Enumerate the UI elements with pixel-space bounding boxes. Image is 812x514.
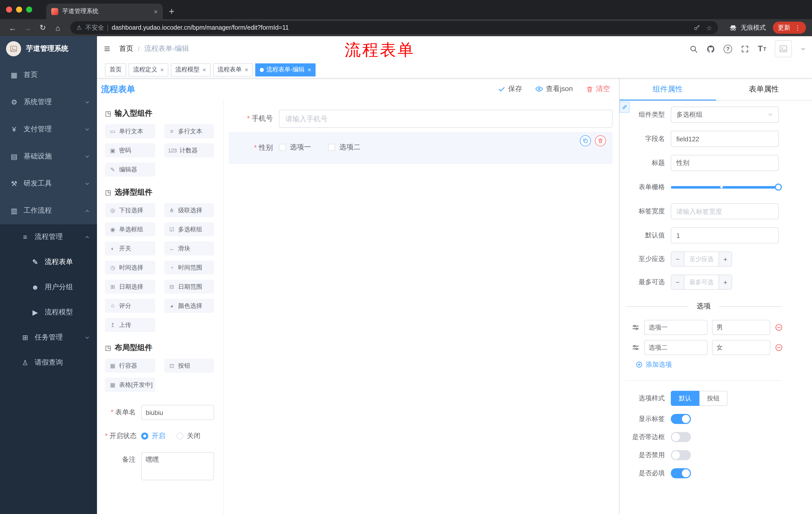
- tag-close-icon[interactable]: ×: [160, 66, 164, 73]
- key-icon[interactable]: [693, 24, 700, 31]
- palette-item-table[interactable]: ▦表格[开发中]: [105, 378, 155, 392]
- forward-button[interactable]: →: [21, 23, 34, 32]
- font-size-icon[interactable]: TT: [758, 44, 766, 53]
- form-name-input[interactable]: [141, 405, 214, 420]
- palette-item-radio-group[interactable]: ◉单选框组: [105, 222, 155, 236]
- option2-checkbox[interactable]: 选项二: [328, 143, 360, 152]
- save-button[interactable]: 保存: [498, 84, 522, 93]
- palette-item-cascader[interactable]: ⋔级联选择: [164, 203, 214, 217]
- bookmark-star-icon[interactable]: ☆: [706, 24, 712, 31]
- option1-checkbox[interactable]: 选项一: [279, 143, 311, 152]
- decrease-button[interactable]: −: [671, 275, 685, 289]
- option-style-default-button[interactable]: 默认: [671, 391, 699, 406]
- hamburger-icon[interactable]: ≡: [104, 43, 110, 55]
- tab-form-props[interactable]: 表单属性: [716, 78, 812, 100]
- sidebar-item-payment-management[interactable]: ¥ 支付管理: [0, 116, 97, 143]
- add-option-button[interactable]: 添加选项: [636, 360, 797, 369]
- reload-button[interactable]: ↻: [36, 23, 49, 32]
- increase-button[interactable]: +: [719, 252, 732, 266]
- menu-dots-icon[interactable]: ⋮: [794, 24, 801, 31]
- back-button[interactable]: ←: [6, 23, 19, 32]
- avatar[interactable]: [775, 40, 792, 57]
- copy-widget-button[interactable]: [580, 135, 591, 146]
- palette-item-single-line-text[interactable]: ▭单行文本: [105, 124, 155, 138]
- max-select-value[interactable]: 最多可选: [685, 275, 719, 289]
- field-name-input[interactable]: [671, 131, 779, 147]
- avatar-caret-icon[interactable]: [801, 46, 806, 52]
- label-width-input[interactable]: [671, 203, 779, 219]
- tab-component-props[interactable]: 组件属性: [619, 78, 716, 100]
- border-toggle[interactable]: [671, 432, 691, 442]
- palette-item-button[interactable]: ⊡按钮: [164, 359, 214, 373]
- remark-textarea[interactable]: 嘿嘿: [141, 452, 214, 480]
- window-close-button[interactable]: [6, 6, 12, 12]
- sidebar-item-process-management[interactable]: ≡ 流程管理: [0, 224, 97, 249]
- palette-item-slider[interactable]: ↔滑块: [164, 241, 214, 255]
- option-drag-handle[interactable]: [632, 323, 640, 331]
- clear-button[interactable]: 清空: [586, 84, 610, 93]
- sidebar-item-system-management[interactable]: ⚙ 系统管理: [0, 88, 97, 116]
- increase-button[interactable]: +: [719, 275, 732, 289]
- palette-item-counter[interactable]: 123计数器: [164, 143, 214, 157]
- palette-item-checkbox-group[interactable]: ☑多选框组: [164, 222, 214, 236]
- palette-item-password[interactable]: ▣密码: [105, 143, 155, 157]
- sidebar-item-process-model[interactable]: ▶ 流程模型: [0, 300, 97, 325]
- min-select-value[interactable]: 至少应选: [685, 252, 719, 266]
- tab-close-icon[interactable]: ×: [154, 7, 158, 15]
- palette-item-rate[interactable]: ☆评分: [105, 299, 155, 313]
- form-grid-slider[interactable]: [671, 179, 779, 195]
- option-remove-button[interactable]: [775, 323, 783, 331]
- window-zoom-button[interactable]: [26, 6, 32, 12]
- tag-process-model[interactable]: 流程模型×: [171, 63, 210, 76]
- palette-item-upload[interactable]: ↥上传: [105, 318, 155, 332]
- gender-field-selected[interactable]: 性别 选项一 选项二: [229, 132, 612, 164]
- phone-input[interactable]: [279, 110, 612, 128]
- option-value-input[interactable]: [712, 340, 770, 355]
- sidebar-item-devtools[interactable]: ⚒ 研发工具: [0, 170, 97, 197]
- decrease-button[interactable]: −: [671, 252, 685, 266]
- option-drag-handle[interactable]: [632, 344, 640, 352]
- option-style-button-button[interactable]: 按钮: [699, 391, 728, 406]
- component-type-select[interactable]: 多选框组: [671, 107, 779, 123]
- fullscreen-icon[interactable]: [741, 45, 749, 53]
- tag-home[interactable]: 首页: [105, 63, 126, 76]
- palette-item-time-range[interactable]: ◔时间范围: [164, 261, 214, 275]
- help-icon[interactable]: ?: [724, 45, 732, 53]
- sidebar-item-infrastructure[interactable]: ▤ 基础设施: [0, 143, 97, 170]
- status-off-radio[interactable]: 关闭: [176, 432, 201, 440]
- palette-item-row-container[interactable]: ▦行容器: [105, 359, 155, 373]
- github-icon[interactable]: [706, 45, 715, 53]
- breadcrumb-home[interactable]: 首页: [119, 44, 134, 53]
- required-toggle[interactable]: [671, 468, 691, 478]
- search-icon[interactable]: [689, 45, 698, 53]
- delete-widget-button[interactable]: [595, 135, 606, 146]
- update-button[interactable]: 更新 ⋮: [773, 22, 806, 34]
- security-warning-icon[interactable]: ⚠: [76, 24, 82, 31]
- palette-item-select[interactable]: ◎下拉选择: [105, 203, 155, 217]
- window-minimize-button[interactable]: [16, 6, 22, 12]
- sidebar-item-user-group[interactable]: ☻ 用户分组: [0, 275, 97, 300]
- home-button[interactable]: ⌂: [51, 23, 64, 32]
- status-on-radio[interactable]: 开启: [141, 432, 165, 440]
- option-value-input[interactable]: [712, 320, 770, 335]
- tag-close-icon[interactable]: ×: [308, 66, 311, 73]
- browser-tab[interactable]: 芋道管理系统 ×: [46, 3, 163, 19]
- sidebar-item-workflow[interactable]: ▥ 工作流程: [0, 197, 97, 224]
- palette-item-multi-line-text[interactable]: ≡多行文本: [164, 124, 214, 138]
- slider-handle[interactable]: [775, 184, 782, 191]
- link-icon[interactable]: [619, 102, 630, 113]
- palette-item-switch[interactable]: ◐开关: [105, 241, 155, 255]
- show-label-toggle[interactable]: [671, 414, 691, 424]
- option-label-input[interactable]: [644, 320, 707, 335]
- sidebar-item-home[interactable]: ▦ 首页: [0, 61, 97, 88]
- palette-item-color-picker[interactable]: ◕颜色选择: [164, 299, 214, 313]
- default-value-input[interactable]: [671, 227, 779, 243]
- palette-item-date-picker[interactable]: ⊞日期选择: [105, 280, 155, 294]
- palette-item-date-range[interactable]: ⊟日期范围: [164, 280, 214, 294]
- title-input[interactable]: [671, 155, 779, 171]
- sidebar-item-process-form[interactable]: ✎ 流程表单: [0, 249, 97, 275]
- sidebar-item-task-management[interactable]: ⊞ 任务管理: [0, 325, 97, 350]
- tag-process-form-edit[interactable]: 流程表单-编辑×: [255, 63, 316, 76]
- new-tab-button[interactable]: +: [169, 6, 174, 17]
- tag-close-icon[interactable]: ×: [245, 66, 248, 73]
